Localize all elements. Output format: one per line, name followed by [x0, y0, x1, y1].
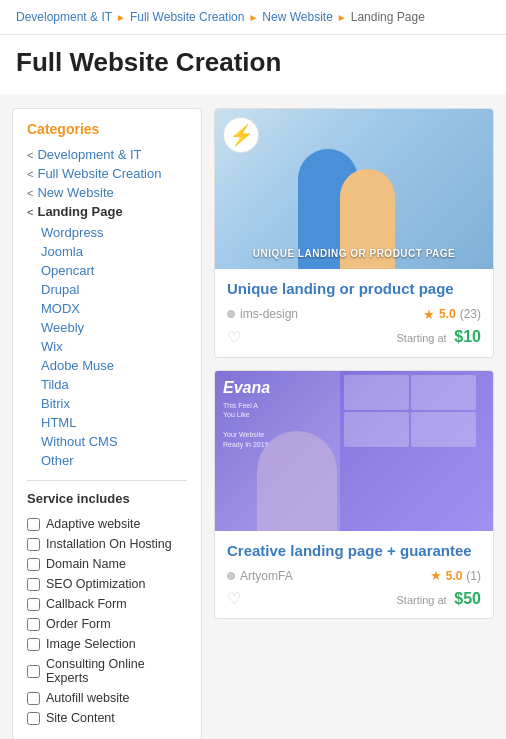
sub-item-drupal[interactable]: Drupal: [41, 280, 187, 299]
sub-item-joomla[interactable]: Joomla: [41, 242, 187, 261]
seller-dot-2: [227, 572, 235, 580]
rating-count-2: (1): [466, 569, 481, 583]
price-area-1: Starting at $10: [397, 328, 481, 346]
rating-count-1: (23): [460, 307, 481, 321]
sub-item-modx[interactable]: MODX: [41, 299, 187, 318]
evana-illustration: Evana This Feel AYou LikeYour WebsiteRea…: [215, 371, 493, 531]
person-illustration: [215, 109, 493, 269]
sidebar-item-landing-page[interactable]: < Landing Page: [27, 202, 187, 221]
star-icon-2: ★: [430, 568, 442, 583]
service-installation[interactable]: Installation On Hosting: [27, 534, 187, 554]
product-info-1: Unique landing or product page ims-desig…: [215, 269, 493, 357]
label-domain: Domain Name: [46, 557, 126, 571]
product-title-2[interactable]: Creative landing page + guarantee: [227, 541, 481, 561]
checkbox-callback[interactable]: [27, 598, 40, 611]
sidebar-item-dev-it[interactable]: < Development & IT: [27, 145, 187, 164]
favorite-button-1[interactable]: ♡: [227, 328, 241, 347]
price-area-2: Starting at $50: [397, 590, 481, 608]
main-content: Categories < Development & IT < Full Web…: [0, 94, 506, 739]
evana-thumb-2: [411, 375, 476, 410]
service-content[interactable]: Site Content: [27, 708, 187, 728]
seller-name-2: ArtyomFA: [240, 569, 293, 583]
checkbox-content[interactable]: [27, 712, 40, 725]
sidebar-item-new-website[interactable]: < New Website: [27, 183, 187, 202]
breadcrumb: Development & IT ► Full Website Creation…: [0, 0, 506, 35]
checkbox-adaptive[interactable]: [27, 518, 40, 531]
sub-item-html[interactable]: HTML: [41, 413, 187, 432]
seller-info-1: ims-design: [227, 307, 298, 321]
price-label-2: Starting at: [397, 594, 447, 606]
price-row-1: ♡ Starting at $10: [227, 328, 481, 347]
cat-link-landing-page[interactable]: Landing Page: [37, 204, 122, 219]
service-image[interactable]: Image Selection: [27, 634, 187, 654]
page-title: Full Website Creation: [16, 47, 490, 78]
breadcrumb-link-new[interactable]: New Website: [262, 10, 332, 24]
sub-item-wordpress[interactable]: Wordpress: [41, 223, 187, 242]
service-domain[interactable]: Domain Name: [27, 554, 187, 574]
label-order: Order Form: [46, 617, 111, 631]
cat-link-new-website[interactable]: New Website: [37, 185, 113, 200]
product-info-2: Creative landing page + guarantee Artyom…: [215, 531, 493, 619]
breadcrumb-current: Landing Page: [351, 10, 425, 24]
checkbox-domain[interactable]: [27, 558, 40, 571]
breadcrumb-sep-3: ►: [337, 12, 347, 23]
sidebar-divider: [27, 480, 187, 481]
breadcrumb-link-dev[interactable]: Development & IT: [16, 10, 112, 24]
checkbox-consulting[interactable]: [27, 665, 40, 678]
cat-link-full-website[interactable]: Full Website Creation: [37, 166, 161, 181]
breadcrumb-link-full[interactable]: Full Website Creation: [130, 10, 245, 24]
service-order[interactable]: Order Form: [27, 614, 187, 634]
label-autofill: Autofill website: [46, 691, 129, 705]
product-image-1[interactable]: ⚡ UNIQUE LANDING OR PRODUCT PAGE: [215, 109, 493, 269]
chevron-icon: <: [27, 187, 33, 199]
label-callback: Callback Form: [46, 597, 127, 611]
sub-item-wix[interactable]: Wix: [41, 337, 187, 356]
service-consulting[interactable]: Consulting Online Experts: [27, 654, 187, 688]
sub-item-bitrix[interactable]: Bitrix: [41, 394, 187, 413]
service-autofill[interactable]: Autofill website: [27, 688, 187, 708]
seller-info-2: ArtyomFA: [227, 569, 293, 583]
label-seo: SEO Optimization: [46, 577, 145, 591]
service-seo[interactable]: SEO Optimization: [27, 574, 187, 594]
image-overlay-text-1: UNIQUE LANDING OR PRODUCT PAGE: [215, 248, 493, 259]
product-title-1[interactable]: Unique landing or product page: [227, 279, 481, 299]
price-value-2: $50: [454, 590, 481, 607]
sub-item-weebly[interactable]: Weebly: [41, 318, 187, 337]
checkbox-autofill[interactable]: [27, 692, 40, 705]
product-image-2[interactable]: Evana This Feel AYou LikeYour WebsiteRea…: [215, 371, 493, 531]
sub-item-without-cms[interactable]: Without CMS: [41, 432, 187, 451]
chevron-icon-active: <: [27, 206, 33, 218]
sub-item-tilda[interactable]: Tilda: [41, 375, 187, 394]
product-card-2: Evana This Feel AYou LikeYour WebsiteRea…: [214, 370, 494, 620]
cat-link-dev-it[interactable]: Development & IT: [37, 147, 141, 162]
breadcrumb-sep-2: ►: [248, 12, 258, 23]
sub-item-other[interactable]: Other: [41, 451, 187, 470]
evana-thumb-4: [411, 412, 476, 447]
product-card-1: ⚡ UNIQUE LANDING OR PRODUCT PAGE Unique …: [214, 108, 494, 358]
evana-brand-title: Evana: [223, 379, 332, 397]
product-meta-2: ArtyomFA ★ 5.0 (1): [227, 568, 481, 583]
rating-value-1: 5.0: [439, 307, 456, 321]
sub-item-opencart[interactable]: Opencart: [41, 261, 187, 280]
favorite-button-2[interactable]: ♡: [227, 589, 241, 608]
label-adaptive: Adaptive website: [46, 517, 141, 531]
star-icon-1: ★: [423, 307, 435, 322]
evana-thumb-1: [344, 375, 409, 410]
evana-face-shape: [257, 431, 337, 531]
service-includes-title: Service includes: [27, 491, 187, 506]
service-adaptive[interactable]: Adaptive website: [27, 514, 187, 534]
chevron-icon: <: [27, 149, 33, 161]
sub-item-adobe-muse[interactable]: Adobe Muse: [41, 356, 187, 375]
sidebar-item-full-website[interactable]: < Full Website Creation: [27, 164, 187, 183]
label-installation: Installation On Hosting: [46, 537, 172, 551]
service-callback[interactable]: Callback Form: [27, 594, 187, 614]
product-list: ⚡ UNIQUE LANDING OR PRODUCT PAGE Unique …: [214, 108, 494, 739]
checkbox-installation[interactable]: [27, 538, 40, 551]
checkbox-image[interactable]: [27, 638, 40, 651]
label-image: Image Selection: [46, 637, 136, 651]
checkbox-order[interactable]: [27, 618, 40, 631]
checkbox-seo[interactable]: [27, 578, 40, 591]
product-meta-1: ims-design ★ 5.0 (23): [227, 307, 481, 322]
rating-value-2: 5.0: [446, 569, 463, 583]
page-title-area: Full Website Creation: [0, 35, 506, 94]
